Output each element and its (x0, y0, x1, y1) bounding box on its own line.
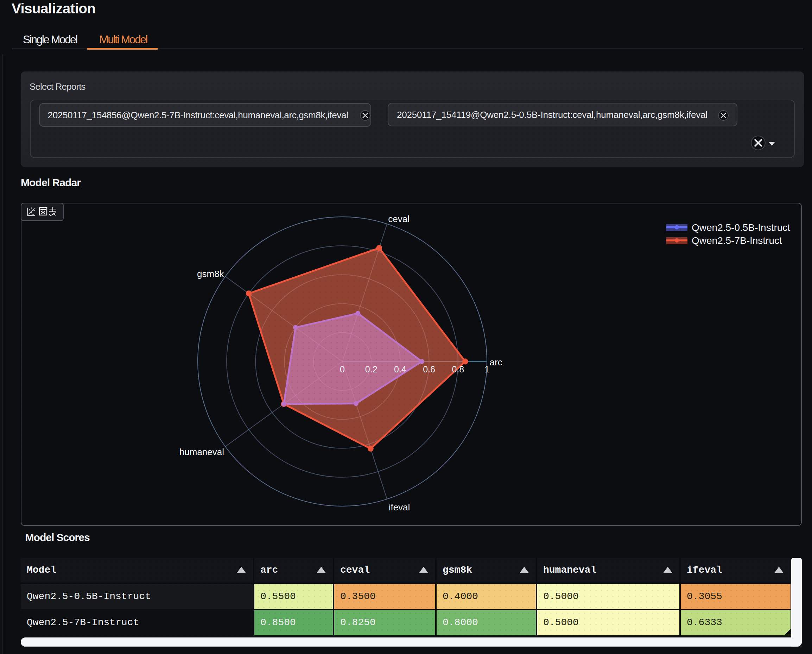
svg-text:Qwen2.5-0.5B-Instruct: Qwen2.5-0.5B-Instruct (692, 222, 790, 233)
svg-text:0.4: 0.4 (394, 364, 406, 374)
svg-text:ceval: ceval (388, 214, 409, 224)
svg-text:0.6: 0.6 (423, 364, 435, 374)
svg-text:gsm8k: gsm8k (197, 269, 224, 279)
svg-text:0.2: 0.2 (365, 364, 377, 374)
svg-text:ifeval: ifeval (389, 502, 410, 512)
svg-text:humaneval: humaneval (179, 447, 224, 457)
svg-text:Qwen2.5-7B-Instruct: Qwen2.5-7B-Instruct (692, 235, 782, 246)
svg-text:0.8: 0.8 (452, 364, 464, 374)
svg-text:arc: arc (490, 357, 502, 367)
svg-text:1: 1 (484, 364, 489, 374)
svg-text:0: 0 (340, 364, 345, 374)
